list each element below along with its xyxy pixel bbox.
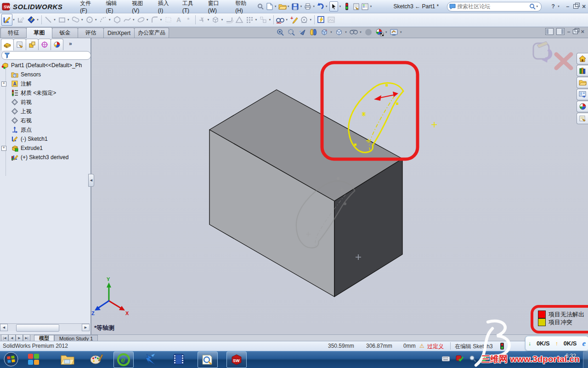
print-dropdown[interactable]: ▼ xyxy=(312,5,315,8)
right-pane-toggle-icon[interactable] xyxy=(556,28,565,35)
rectangle-tool-dropdown[interactable]: ▼ xyxy=(67,18,70,21)
last-tab-button[interactable]: ▶| xyxy=(23,334,30,341)
doc-minimize-button[interactable]: – xyxy=(567,29,571,35)
close-button[interactable]: × xyxy=(580,3,588,10)
sketch-asterisk-point[interactable] xyxy=(362,112,366,116)
trim-dropdown[interactable]: ▼ xyxy=(207,18,210,21)
undo-icon[interactable] xyxy=(317,2,325,11)
save-icon[interactable] xyxy=(291,2,300,11)
tree-item-origin[interactable]: 原点 xyxy=(0,125,90,134)
previous-view-icon[interactable] xyxy=(297,27,308,37)
menu-tools[interactable]: 工具(T) xyxy=(177,0,203,16)
polygon-tool-icon[interactable] xyxy=(112,14,122,25)
scroll-left-button[interactable]: ◀ xyxy=(0,324,8,331)
tree-item-sketch3-derived[interactable]: (+) Sketch3 derived xyxy=(0,153,90,162)
quick-snaps-icon[interactable] xyxy=(299,14,309,25)
point-tool-icon[interactable]: * xyxy=(184,14,194,25)
fully-define-sketch-icon[interactable] xyxy=(316,14,326,25)
expand-icon[interactable]: + xyxy=(1,146,6,151)
select-dropdown[interactable]: ▼ xyxy=(339,5,341,8)
rebuild-status-icon[interactable] xyxy=(500,343,504,350)
pattern-dropdown[interactable]: ▼ xyxy=(254,18,257,21)
start-button[interactable] xyxy=(4,352,18,367)
3d-sketch-icon[interactable] xyxy=(16,14,26,25)
edit-appearance-icon[interactable] xyxy=(374,27,385,37)
fillet-tool-icon[interactable] xyxy=(150,14,160,25)
view-palette-tab[interactable] xyxy=(577,89,588,100)
move-entities-icon[interactable] xyxy=(258,14,268,25)
smart-dimension-dropdown[interactable]: ▼ xyxy=(36,18,39,21)
confirmation-corner[interactable] xyxy=(532,40,575,71)
model-tab[interactable]: 模型 xyxy=(34,335,54,341)
spline-tool-icon[interactable] xyxy=(122,14,132,25)
line-tool-dropdown[interactable]: ▼ xyxy=(53,18,56,21)
slot-tool-dropdown[interactable]: ▼ xyxy=(81,18,84,21)
rectangle-tool-icon[interactable] xyxy=(57,14,67,25)
graphics-viewport[interactable]: Y X Z *等轴测 xyxy=(90,38,588,334)
tab-evaluate[interactable]: 评估 xyxy=(78,28,104,38)
arc-tool-dropdown[interactable]: ▼ xyxy=(108,18,111,21)
taskbar-app-squares[interactable] xyxy=(24,351,43,367)
save-dropdown[interactable]: ▼ xyxy=(300,5,302,8)
open-file-dropdown[interactable]: ▼ xyxy=(287,5,290,8)
tab-features[interactable]: 特征 xyxy=(0,28,27,38)
configurationmanager-tab[interactable] xyxy=(26,39,39,50)
convert-entities-icon[interactable] xyxy=(210,14,220,25)
doc-restore-button[interactable] xyxy=(573,29,578,34)
menu-insert[interactable]: 插入(I) xyxy=(153,0,177,16)
menu-window[interactable]: 窗口(W) xyxy=(203,0,230,16)
tree-root-part[interactable]: Part1 (Default<<Default>_Ph xyxy=(0,61,90,70)
taskbar-explorer[interactable] xyxy=(58,351,77,367)
sketch-tool-dropdown[interactable]: ▼ xyxy=(12,18,15,21)
taskbar-solidworks[interactable]: SW xyxy=(226,351,247,368)
tree-item-material[interactable]: 材质 <未指定> xyxy=(0,88,90,98)
undo-dropdown[interactable]: ▼ xyxy=(325,5,328,8)
zoom-area-icon[interactable] xyxy=(286,27,297,37)
view-orientation-icon[interactable]: + xyxy=(319,27,330,37)
text-tool-icon[interactable]: A xyxy=(174,14,184,25)
circle-tool-dropdown[interactable]: ▼ xyxy=(95,18,97,21)
browser-e-icon[interactable]: e xyxy=(582,339,586,348)
file-explorer-tab[interactable] xyxy=(577,77,588,88)
open-file-icon[interactable] xyxy=(278,2,287,11)
zoom-fit-icon[interactable] xyxy=(275,27,286,37)
tree-filter-box[interactable] xyxy=(1,51,91,60)
taskbar-clock[interactable]: 6:32 xyxy=(565,353,576,359)
scroll-track[interactable] xyxy=(8,324,82,331)
yellow-point-marker[interactable] xyxy=(431,122,437,127)
menu-pin-icon[interactable] xyxy=(256,2,265,11)
doc-close-button[interactable]: × xyxy=(581,28,584,35)
slot-tool-icon[interactable] xyxy=(71,14,81,25)
community-search-box[interactable]: ▼ xyxy=(447,2,542,12)
add-relation-icon[interactable]: + xyxy=(289,14,299,25)
view-orientation-dropdown[interactable]: ▼ xyxy=(330,31,333,34)
tree-item-front-plane[interactable]: 前视 xyxy=(0,98,90,107)
display-style-icon[interactable] xyxy=(334,27,345,37)
section-view-icon[interactable] xyxy=(308,27,319,37)
line-tool-icon[interactable] xyxy=(43,14,53,25)
appearances-scenes-tab[interactable] xyxy=(577,101,588,112)
expand-icon[interactable]: + xyxy=(1,81,6,86)
options-icon[interactable] xyxy=(361,2,369,11)
tab-dimxpert[interactable]: DimXpert xyxy=(103,28,135,38)
featuremanager-tab[interactable] xyxy=(1,39,14,51)
taskbar-paint[interactable] xyxy=(87,351,106,367)
search-input[interactable] xyxy=(456,3,529,10)
tab-office-products[interactable]: 办公室产品 xyxy=(134,28,169,38)
view-settings-dropdown[interactable]: ▼ xyxy=(400,31,402,34)
tree-item-extrude1[interactable]: + Extrude1 xyxy=(0,144,90,153)
print-icon[interactable] xyxy=(304,2,312,11)
options-dropdown[interactable]: ▼ xyxy=(370,5,373,8)
hide-show-dropdown[interactable]: ▼ xyxy=(359,31,362,34)
dimxpertmanager-tab[interactable] xyxy=(38,39,51,50)
motion-study-tab[interactable]: Motion Study 1 xyxy=(54,335,98,341)
tree-item-sketch1[interactable]: (-) Sketch1 xyxy=(0,134,90,144)
scroll-thumb[interactable] xyxy=(16,324,59,332)
scroll-right-button[interactable]: ▶ xyxy=(82,324,90,331)
display-relations-icon[interactable] xyxy=(275,14,285,25)
tray-keyboard-icon[interactable] xyxy=(442,355,450,362)
network-speed-widget[interactable]: ↓ 0K/S ↑ 0K/S e xyxy=(525,336,588,351)
tray-antivirus-icon[interactable] xyxy=(456,355,464,362)
tree-item-top-plane[interactable]: 上视 xyxy=(0,107,90,116)
tray-search-icon[interactable] xyxy=(469,355,476,362)
